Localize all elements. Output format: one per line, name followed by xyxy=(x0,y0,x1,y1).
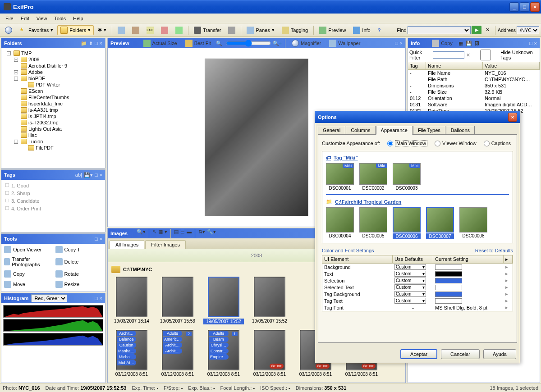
sample-thumb[interactable]: DSC00004 xyxy=(326,207,354,239)
browse-button[interactable] xyxy=(2,25,15,35)
select-mode-icon[interactable]: ↖ xyxy=(152,229,156,238)
zoom-slider[interactable] xyxy=(226,40,271,47)
folder-item[interactable]: +2006 xyxy=(3,56,103,63)
help-button[interactable]: Ayuda xyxy=(483,349,516,359)
maximize-button[interactable]: □ xyxy=(520,2,529,12)
info-row[interactable]: 0112OrientationNormal xyxy=(408,95,540,101)
folder-item[interactable]: Lights Out Asia xyxy=(3,126,103,132)
tab-all-images[interactable]: All Images xyxy=(110,240,144,249)
options-tab-file-types[interactable]: File Types xyxy=(413,126,445,135)
tag-item[interactable]: 3. Candidate xyxy=(3,197,103,205)
tools-icon[interactable]: 🔧▾ xyxy=(207,229,216,238)
thumbnail[interactable]: 19/05/2007 15:53 xyxy=(157,277,198,324)
exif-button[interactable]: EXIF xyxy=(143,25,157,35)
view-tiles-icon[interactable]: ▤ xyxy=(174,229,179,238)
view-dropdown-icon[interactable]: ▾ xyxy=(165,229,167,238)
thumbnail[interactable]: ⊘EXIF03/12/2008 8:51 xyxy=(249,330,290,377)
folder-item[interactable]: +Adobe xyxy=(3,69,103,75)
setting-row[interactable]: Selected TextCustom▸ xyxy=(322,284,513,291)
sample-thumb[interactable]: MikiDSC00003 xyxy=(393,163,421,191)
folders-button[interactable]: Folders ▾ xyxy=(57,25,94,35)
sort-icon[interactable]: ⇅▾ xyxy=(198,229,205,238)
sample-thumb[interactable]: DSC00006 xyxy=(393,207,421,239)
setting-row[interactable]: Tag Font-MS Shell Dlg, Bold, 8 pt▸ xyxy=(322,304,513,311)
hide-unknown-checkbox[interactable]: Hide Unknown Tags xyxy=(472,50,538,60)
info-col-value[interactable]: Value xyxy=(483,62,540,69)
find-input[interactable] xyxy=(408,26,471,34)
menu-edit[interactable]: Edit xyxy=(17,15,33,22)
menu-file[interactable]: File xyxy=(2,15,17,22)
tool-item[interactable]: Copy T xyxy=(54,245,105,255)
tag-save-icon[interactable]: 💾▾ xyxy=(84,172,93,178)
tool-item[interactable]: Copy xyxy=(2,269,53,279)
transfer-button[interactable]: Transfer xyxy=(191,25,225,35)
tag-item[interactable]: 1. Good xyxy=(3,182,103,189)
info-row[interactable]: 0131SoftwareImagen digital ACD… xyxy=(408,101,540,108)
best-fit-button[interactable]: Best Fit xyxy=(182,38,214,48)
folder-item[interactable]: EScan xyxy=(3,88,103,94)
info-row[interactable]: -File NameNYC_016 xyxy=(408,70,540,76)
folder-item[interactable]: -TMP xyxy=(3,50,103,56)
info-col-tag[interactable]: Tag xyxy=(408,62,426,69)
tool-4[interactable] xyxy=(172,25,186,35)
sample-thumb[interactable]: DSC00008 xyxy=(459,207,487,239)
setting-row[interactable]: SelectionCustom▸ xyxy=(322,277,513,284)
tool-item[interactable]: Move xyxy=(2,279,53,289)
options-tab-appearance[interactable]: Appearance xyxy=(376,126,413,135)
tag-item[interactable]: 2. Sharp xyxy=(3,189,103,197)
find-go[interactable]: ▶ xyxy=(472,26,481,34)
preview-image[interactable] xyxy=(205,59,308,216)
radio-captions[interactable]: Captions xyxy=(484,141,511,146)
wallpaper-button[interactable]: Wallpaper xyxy=(326,38,363,48)
folders-new-icon[interactable]: 📁 xyxy=(81,41,87,46)
tab-filter-images[interactable]: Filter Images xyxy=(145,240,186,249)
folder-item[interactable]: is-T20G2.tmp xyxy=(3,119,103,126)
print-button[interactable] xyxy=(225,25,238,35)
view-list-icon[interactable]: ☰ xyxy=(180,229,185,238)
info-row[interactable]: -File Size32.6 KB xyxy=(408,89,540,95)
thumbnail[interactable]: AdultsBeamChrysl…Constr…Empire…103/12/20… xyxy=(203,330,244,377)
menu-tools[interactable]: Tools xyxy=(50,15,69,22)
zoom-out-icon[interactable]: 🔍- xyxy=(216,41,224,46)
thumbnail[interactable]: 19/03/2007 18:14 xyxy=(111,277,152,324)
folder-item[interactable]: hsperfdata_fmc xyxy=(3,100,103,107)
panel-pin-icon[interactable]: □ xyxy=(95,41,98,46)
folder-item[interactable]: is-AA3JL.tmp xyxy=(3,107,103,113)
sample-thumb[interactable]: DSC00007 xyxy=(426,207,454,239)
histogram-mode-select[interactable]: Red, Green xyxy=(31,294,67,302)
thumbnail[interactable]: 19/05/2007 15:52 xyxy=(249,277,290,324)
folder-item[interactable]: FilePDF xyxy=(3,145,103,151)
options-tab-columns[interactable]: Columns xyxy=(346,126,375,135)
folder-item[interactable]: FileCenterThumbs xyxy=(3,94,103,100)
tool-item[interactable]: Transfer Photographs xyxy=(2,255,53,269)
folder-item[interactable]: Acrobat Distiller 9 xyxy=(3,63,103,69)
close-button[interactable]: × xyxy=(530,2,540,12)
panel-close-icon[interactable]: × xyxy=(100,41,102,46)
tool-2[interactable] xyxy=(129,25,142,35)
folders-up-icon[interactable]: ⬆ xyxy=(89,41,93,46)
zoom-icon[interactable]: 🔍▾ xyxy=(137,229,146,238)
tool-item[interactable]: Rotate xyxy=(54,269,105,279)
folder-item[interactable]: is-JPTI4.tmp xyxy=(3,113,103,119)
menu-view[interactable]: View xyxy=(33,15,51,22)
quick-filter-input[interactable] xyxy=(433,51,464,59)
thumbnail[interactable]: Archit…BalanceCautionManha…Micha…Mid-At…… xyxy=(111,330,152,377)
preview-toggle[interactable]: Preview xyxy=(316,25,349,35)
magnifier-button[interactable]: Magnifier xyxy=(289,38,324,48)
tool-3[interactable] xyxy=(158,25,171,35)
image-icon[interactable]: 🖼 xyxy=(475,41,480,46)
favorites-button[interactable]: ★Favorites ▾ xyxy=(16,25,56,35)
tag-item[interactable]: 4. Order Print xyxy=(3,205,103,212)
tool-item[interactable]: Open Viewer xyxy=(2,245,53,255)
sample-thumb[interactable]: MikiDSC00001 xyxy=(326,163,354,191)
folder-item[interactable]: -bioPDF xyxy=(3,75,103,82)
info-col-name[interactable]: Name xyxy=(426,62,483,69)
dialog-close-button[interactable]: × xyxy=(508,113,517,122)
info-row[interactable]: -File PathC:\TMP\NYC\NYC… xyxy=(408,76,540,82)
setting-row[interactable]: Tag TextCustom▸ xyxy=(322,297,513,304)
minimize-button[interactable]: _ xyxy=(509,2,519,12)
zoom-in-icon[interactable]: 🔍+ xyxy=(273,41,282,46)
thumbnail[interactable]: 19/05/2007 15:52 xyxy=(203,277,244,324)
options-dropdown[interactable]: ✱▾ xyxy=(95,26,110,34)
clear-filter-icon[interactable]: ✕ xyxy=(466,52,470,58)
